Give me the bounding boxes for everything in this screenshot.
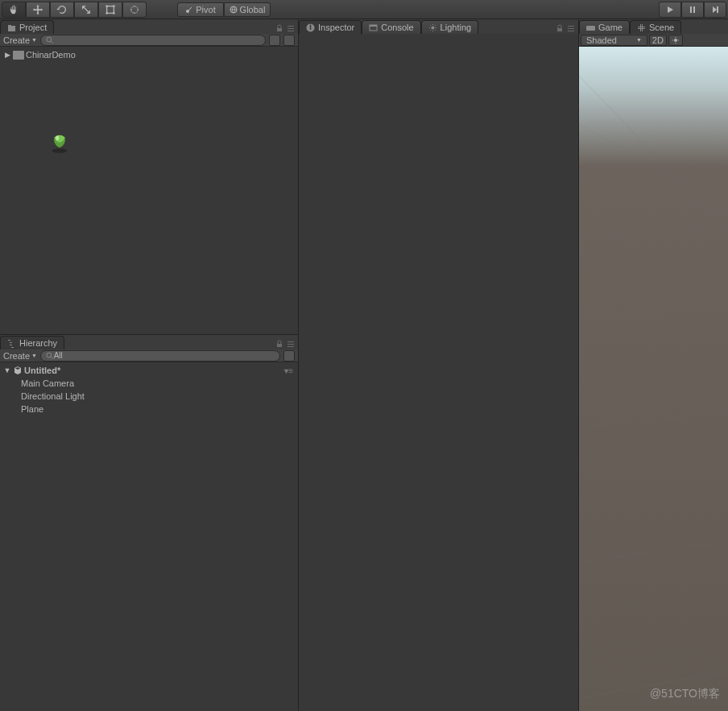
- scene-tab-bar: Game Scene: [579, 19, 728, 34]
- expand-arrow-icon[interactable]: ▼: [3, 366, 11, 374]
- middle-column: i Inspector Console Lighting: [299, 19, 579, 711]
- svg-rect-41: [638, 28, 645, 29]
- svg-rect-12: [8, 25, 11, 27]
- lighting-tab-label: Lighting: [441, 23, 472, 32]
- project-create-button[interactable]: Create▼: [3, 35, 37, 45]
- hand-tool-button[interactable]: [2, 2, 26, 18]
- svg-point-2: [113, 5, 115, 7]
- pivot-button[interactable]: Pivot: [177, 2, 224, 17]
- lock-icon[interactable]: [556, 24, 564, 32]
- project-folder-item[interactable]: ▶ ChinarDemo: [0, 48, 298, 61]
- transform-tool-button[interactable]: [122, 2, 147, 18]
- hierarchy-search-input[interactable]: [54, 351, 275, 360]
- console-tab-label: Console: [381, 23, 413, 32]
- hierarchy-item[interactable]: Directional Light: [0, 390, 298, 403]
- svg-point-4: [113, 12, 115, 14]
- tab-game[interactable]: Game: [579, 20, 630, 34]
- hierarchy-tab-bar: Hierarchy: [0, 335, 298, 349]
- scene-name: Untitled*: [24, 366, 60, 375]
- hierarchy-panel: Hierarchy Create▼ ▼ Untitl: [0, 334, 299, 711]
- expand-arrow-icon[interactable]: ▶: [3, 51, 11, 59]
- step-button[interactable]: [704, 2, 726, 18]
- scene-row[interactable]: ▼ Untitled* ▾≡: [0, 364, 298, 377]
- hierarchy-tab-label: Hierarchy: [19, 338, 57, 348]
- svg-rect-0: [107, 6, 114, 13]
- svg-rect-35: [568, 26, 574, 27]
- inspector-tab-extras: [556, 24, 575, 32]
- project-tree: ▶ ChinarDemo: [0, 47, 298, 334]
- tab-hierarchy[interactable]: Hierarchy: [0, 336, 64, 349]
- main-area: Project Create▼ ▶: [0, 19, 728, 711]
- game-tab-label: Game: [598, 23, 623, 32]
- panel-menu-icon[interactable]: [287, 24, 295, 32]
- filter-icon-2[interactable]: [283, 35, 295, 46]
- hierarchy-item[interactable]: Main Camera: [0, 377, 298, 390]
- folder-icon: [13, 51, 24, 60]
- lighting-toggle-button[interactable]: [668, 35, 683, 46]
- tab-inspector[interactable]: i Inspector: [299, 20, 362, 34]
- tab-lighting[interactable]: Lighting: [421, 20, 479, 34]
- panel-menu-icon[interactable]: [287, 340, 295, 348]
- scene-options-icon[interactable]: ▾≡: [284, 366, 293, 375]
- pause-button[interactable]: [681, 2, 704, 18]
- svg-rect-9: [693, 6, 695, 13]
- svg-point-42: [674, 39, 677, 42]
- left-column: Project Create▼ ▶: [0, 19, 299, 711]
- project-search[interactable]: [40, 35, 266, 46]
- project-tab-bar: Project: [0, 19, 298, 34]
- play-controls: [659, 2, 726, 18]
- svg-rect-40: [638, 27, 645, 27]
- unity-icon: [13, 366, 23, 375]
- tab-scene[interactable]: Scene: [630, 20, 681, 34]
- scale-tool-button[interactable]: [74, 2, 98, 18]
- folder-name: ChinarDemo: [26, 50, 76, 60]
- lock-icon[interactable]: [275, 24, 283, 32]
- global-button[interactable]: Global: [224, 2, 271, 17]
- hierarchy-search[interactable]: [40, 350, 280, 362]
- svg-point-18: [52, 148, 68, 153]
- rotate-tool-button[interactable]: [50, 2, 74, 18]
- scene-viewport[interactable]: [579, 47, 728, 711]
- hierarchy-tree: ▼ Untitled* ▾≡ Main Camera Directional L…: [0, 362, 298, 711]
- 2d-toggle-button[interactable]: 2D: [649, 35, 667, 46]
- scene-icon: [637, 23, 646, 32]
- hierarchy-filter-icon[interactable]: [283, 350, 295, 362]
- scene-toolbar: Shaded▼ 2D: [579, 34, 728, 47]
- game-icon: [586, 23, 595, 32]
- panel-menu-icon[interactable]: [567, 24, 575, 32]
- svg-point-1: [105, 5, 108, 7]
- info-icon: i: [306, 23, 315, 32]
- rect-tool-button[interactable]: [98, 2, 122, 18]
- package-icon: [48, 131, 71, 154]
- search-icon: [46, 36, 54, 44]
- svg-point-3: [105, 12, 108, 14]
- play-button[interactable]: [659, 2, 681, 18]
- svg-rect-39: [642, 24, 643, 31]
- svg-rect-15: [287, 28, 294, 29]
- tab-project[interactable]: Project: [0, 20, 54, 34]
- inspector-tab-bar: i Inspector Console Lighting: [299, 19, 578, 34]
- svg-point-19: [56, 136, 59, 141]
- pivot-label: Pivot: [196, 5, 215, 14]
- filter-icon-1[interactable]: [269, 35, 280, 46]
- move-tool-button[interactable]: [26, 2, 50, 18]
- svg-rect-23: [11, 347, 14, 348]
- hierarchy-sub-bar: Create▼: [0, 349, 298, 362]
- svg-rect-24: [277, 344, 282, 347]
- tab-console[interactable]: Console: [362, 20, 420, 34]
- lock-icon[interactable]: [275, 340, 283, 348]
- shaded-dropdown[interactable]: Shaded▼: [581, 35, 647, 46]
- svg-rect-27: [287, 346, 294, 347]
- svg-rect-20: [8, 340, 10, 341]
- svg-rect-32: [370, 25, 377, 27]
- svg-text:i: i: [309, 23, 312, 31]
- svg-rect-13: [277, 28, 282, 31]
- hierarchy-item[interactable]: Plane: [0, 403, 298, 415]
- global-label: Global: [240, 5, 266, 14]
- main-toolbar: Pivot Global: [0, 0, 728, 19]
- console-icon: [369, 23, 378, 32]
- svg-rect-10: [717, 6, 718, 13]
- hierarchy-create-button[interactable]: Create▼: [3, 351, 37, 361]
- project-tab-label: Project: [19, 23, 47, 32]
- project-search-input[interactable]: [54, 35, 260, 44]
